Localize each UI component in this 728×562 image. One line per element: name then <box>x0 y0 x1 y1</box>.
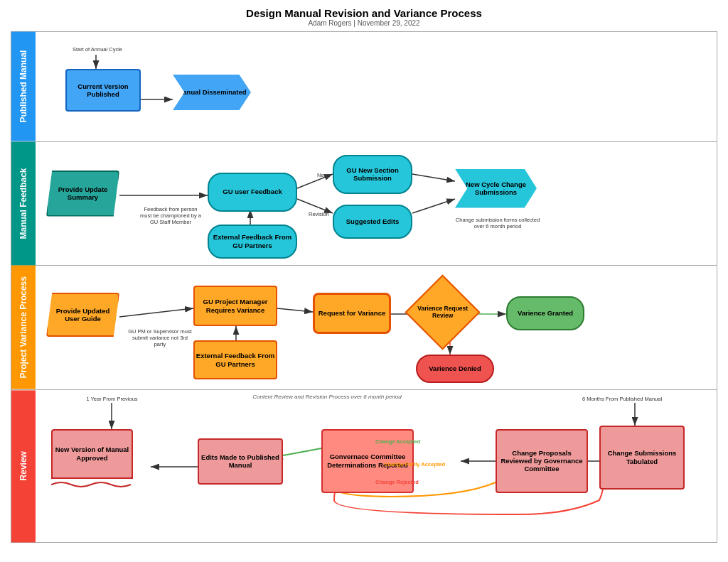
gu-user-feedback-node: GU user Feedback <box>208 173 297 212</box>
change-submissions-node: Change Submissions Tabulated <box>599 426 685 490</box>
gu-new-section-node: GU New Section Submission <box>333 155 412 194</box>
lane-content-feedback: Provide Update Summary GU user Feedback … <box>36 142 717 266</box>
change-proposals-node: Change Proposals Reviewed by Governance … <box>496 429 588 493</box>
content-review-label: Content Review and Revision Process over… <box>235 394 419 400</box>
change-partially-label: Change Partly Accepted <box>375 461 454 468</box>
request-variance-node: Request for Variance <box>313 293 391 334</box>
gu-project-manager-node: GU Project Manager Requires Variance <box>193 286 277 326</box>
feedback-person-label: Feedback from person must be championed … <box>139 206 203 225</box>
lane-content-variance: Provide Updated User Guide GU Project Ma… <box>36 266 717 389</box>
change-rejected-label: Change Rejected <box>375 479 419 485</box>
six-months-label: 6 Months From Published Manual <box>576 396 668 402</box>
new-cycle-node: New Cycle Change Submissions <box>455 169 537 208</box>
current-version-node: Current Version Published <box>65 69 141 112</box>
lane-label-feedback: Manual Feedback <box>11 142 36 266</box>
new-version-wave <box>51 479 133 487</box>
sub-title: Adam Rogers | November 29, 2022 <box>11 19 717 27</box>
change-forms-label: Change submission forms collected over 6… <box>455 217 540 229</box>
lane-label-review: Review <box>11 390 36 542</box>
svg-line-13 <box>277 308 313 312</box>
lane-label-published: Published Manual <box>11 32 36 141</box>
variance-denied-node: Varience Denied <box>416 355 494 383</box>
title-area: Design Manual Revision and Variance Proc… <box>11 7 717 27</box>
provide-update-node: Provide Update Summary <box>46 171 119 217</box>
svg-line-9 <box>412 199 455 213</box>
gu-pm-note-label: GU PM or Supervisor must submit variance… <box>128 328 192 347</box>
provide-updated-user-node: Provide Updated User Guide <box>46 293 119 337</box>
variance-review-container: Varience Request Review <box>416 286 473 342</box>
lane-variance: Project Variance Process <box>11 266 717 390</box>
new-label: New <box>317 172 328 178</box>
variance-granted-node: Varience Granted <box>506 296 584 330</box>
new-version-node: New Version of Manual Approved <box>51 429 133 479</box>
svg-line-8 <box>412 174 455 181</box>
external-feedback-1-node: External Feedback From GU Partners <box>208 225 297 259</box>
lane-content-published: Start of Annual Cycle Current Version Pu… <box>36 32 717 141</box>
lane-feedback: Manual Feedback <box>11 142 717 266</box>
external-feedback-2-node: External Feedback From GU Partners <box>193 340 277 379</box>
revision-label: Revision <box>309 211 329 217</box>
lane-content-review: 1 Year From Previous Content Review and … <box>36 390 717 542</box>
change-accepted-label: Change Accepted <box>375 438 420 445</box>
page: Design Manual Revision and Variance Proc… <box>0 0 728 562</box>
variance-review-diamond: Varience Request Review <box>405 275 480 350</box>
main-title: Design Manual Revision and Variance Proc… <box>11 7 717 19</box>
suggested-edits-node: Suggested Edits <box>333 205 412 239</box>
lane-label-variance: Project Variance Process <box>11 266 36 389</box>
lane-published: Published Manual Start of Annual <box>11 32 717 142</box>
manual-disseminated-node: Manual Disseminated <box>173 75 251 110</box>
edits-made-node: Edits Made to Published Manual <box>198 438 283 485</box>
lane-review: Review <box>11 390 717 542</box>
one-year-label: 1 Year From Previous <box>75 396 149 402</box>
diagram-container: Published Manual Start of Annual <box>11 31 717 543</box>
start-annual-label: Start of Annual Cycle <box>65 46 129 53</box>
svg-line-11 <box>119 308 193 317</box>
